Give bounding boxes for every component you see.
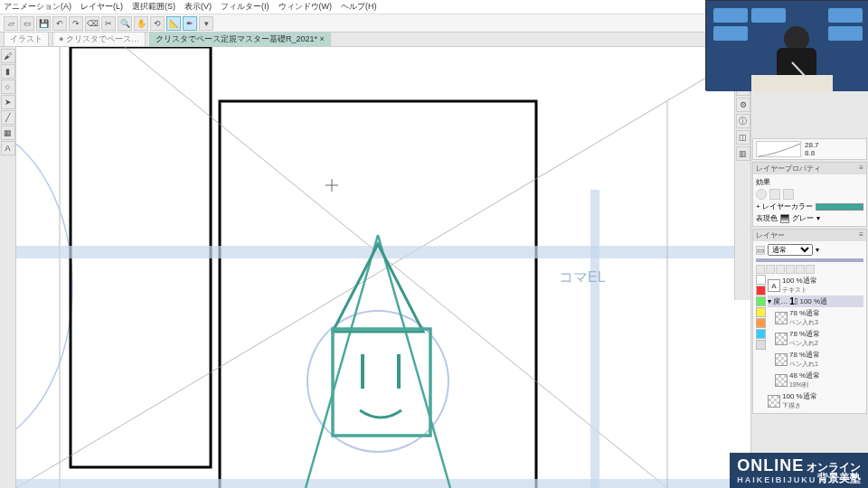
layer-folder[interactable]: ▾ 戻… 1⃣ 100 %通 [768, 296, 863, 307]
menu-help[interactable]: ヘルプ(H) [341, 1, 377, 13]
watermark-badge: ONLINE オンライン 背景美塾 HAIKEIBIJUKU [730, 453, 868, 488]
svg-rect-19 [828, 26, 863, 41]
canvas-drawing: コマEL [16, 47, 750, 488]
save-icon[interactable]: 💾 [36, 16, 51, 31]
blend-mode-select[interactable]: 通常 [768, 244, 813, 256]
layer-property-panel: レイヤープロパティ≡ 効果 + レイヤーカラー 表現色 グレー ▾ [752, 162, 867, 227]
tab-illust[interactable]: イラスト [4, 32, 49, 47]
swatch-orange[interactable] [756, 318, 766, 328]
info-icon[interactable]: ⓘ [736, 114, 750, 128]
arrow-icon[interactable]: ➤ [1, 95, 15, 109]
layer-btn-3[interactable] [776, 265, 785, 274]
layer-item[interactable]: 48 %通常18%割 [768, 370, 863, 390]
layer-thumb-icon [775, 353, 788, 366]
svg-point-20 [784, 26, 809, 52]
layer-btn-4[interactable] [786, 265, 795, 274]
layer-lock-icon[interactable]: ▭ [756, 246, 765, 255]
menu-filter[interactable]: フィルター(I) [221, 1, 269, 13]
new-icon[interactable]: ▱ [4, 16, 18, 31]
swatch-cyan[interactable] [756, 329, 766, 339]
shape-icon[interactable]: ○ [1, 80, 15, 94]
ruler-icon[interactable]: 📐 [166, 16, 181, 31]
brush-size-value: 28.7 [805, 141, 819, 149]
layer-prop-title: レイヤープロパティ [756, 164, 821, 174]
layer-thumb-icon [768, 395, 780, 408]
canvas[interactable]: コマEL [16, 47, 750, 488]
layer-btn-2[interactable] [766, 265, 775, 274]
3d-icon[interactable]: ◫ [736, 130, 750, 145]
dropdown-icon[interactable]: ▾ [816, 214, 820, 222]
swatch-yellow[interactable] [756, 307, 766, 317]
tab-doc2-active[interactable]: クリスタでペース定規マスター基礎R_2021* × [149, 32, 331, 47]
webcam-person-icon [706, 1, 868, 91]
panel-menu-icon[interactable]: ≡ [859, 230, 863, 240]
swatch-green[interactable] [756, 296, 766, 306]
color-swatches [756, 275, 768, 411]
swatch-red[interactable] [756, 286, 766, 296]
expression-label: 表現色 [756, 213, 778, 223]
opacity-slider[interactable] [756, 258, 863, 262]
svg-rect-16 [751, 8, 786, 23]
pen-tool-icon[interactable]: ✒ [183, 16, 197, 31]
rotate-icon[interactable]: ⟲ [150, 16, 165, 31]
layer-thumb-icon [775, 333, 788, 345]
menu-window[interactable]: ウィンドウ(W) [278, 1, 333, 13]
menu-view[interactable]: 表示(V) [184, 1, 212, 13]
svg-rect-4 [16, 479, 750, 488]
svg-rect-17 [713, 26, 748, 41]
layers-title: レイヤー [756, 230, 785, 240]
left-toolbar: 🖌 ▮ ○ ➤ ╱ ▦ A [0, 47, 16, 488]
layer-item[interactable]: A 100 %通常テキスト [768, 275, 863, 296]
layer-btn-1[interactable] [756, 265, 765, 274]
pressure-curve[interactable] [756, 141, 801, 157]
chevron-down-icon[interactable]: ▾ [199, 16, 213, 31]
open-icon[interactable]: ▭ [20, 16, 34, 31]
grid-icon[interactable]: ▦ [1, 126, 15, 140]
gray-mode-icon [780, 214, 789, 223]
effect-tone-icon[interactable] [769, 189, 780, 200]
svg-rect-2 [220, 101, 536, 488]
brush-icon[interactable]: 🖌 [1, 49, 15, 63]
swatch-white[interactable] [756, 275, 766, 285]
swatch-gray[interactable] [756, 340, 766, 350]
layer-thumb-icon [775, 312, 788, 324]
text-icon[interactable]: A [1, 141, 15, 155]
panel-menu-icon[interactable]: ≡ [859, 164, 863, 174]
tab-doc1[interactable]: ● クリスタでペース… [52, 32, 146, 47]
menu-selection[interactable]: 選択範囲(S) [132, 1, 175, 13]
layer-item[interactable]: 100 %通常下描き [768, 390, 863, 411]
brush-curve-panel: 28.7 8.8 [752, 138, 867, 160]
layer-color-label: + レイヤーカラー [756, 202, 813, 211]
eraser-icon[interactable]: ⌫ [85, 16, 99, 31]
watermark-online: ONLINE [737, 456, 804, 475]
webcam-overlay [705, 0, 868, 90]
layer-item[interactable]: 78 %通常ペン入れ3 [768, 307, 863, 328]
layers-panel: レイヤー≡ ▭ 通常 ▾ [752, 229, 867, 414]
svg-rect-18 [828, 8, 863, 23]
layer-btn-6[interactable] [806, 265, 815, 274]
menu-animation[interactable]: アニメーション(A) [4, 1, 71, 13]
hand-icon[interactable]: ✋ [134, 16, 148, 31]
effect-extract-icon[interactable] [783, 189, 794, 200]
layer-item[interactable]: 78 %通常ペン入れ2 [768, 328, 863, 349]
dropdown-icon[interactable]: ▾ [816, 246, 819, 254]
expression-value[interactable]: グレー [792, 213, 814, 223]
watermark-jp2: 背景美塾 [817, 471, 861, 486]
folder-toggle-icon[interactable]: ▾ 戻… [768, 296, 788, 306]
effect-border-icon[interactable] [756, 189, 767, 200]
menu-layer[interactable]: レイヤー(L) [80, 1, 123, 13]
auto-icon[interactable]: ⚙ [736, 98, 750, 112]
undo-icon[interactable]: ↶ [52, 16, 67, 31]
layer-color-swatch[interactable] [816, 203, 863, 211]
zoom-icon[interactable]: 🔍 [118, 16, 132, 31]
layer-btn-5[interactable] [796, 265, 805, 274]
bucket-icon[interactable]: ▮ [1, 64, 15, 79]
redo-icon[interactable]: ↷ [69, 16, 83, 31]
right-panel-area: 28.7 8.8 レイヤープロパティ≡ 効果 + レイヤーカラー 表 [750, 47, 868, 488]
line-icon[interactable]: ╱ [1, 110, 15, 125]
layer-item[interactable]: 78 %通常ペン入れ1 [768, 349, 863, 370]
svg-rect-15 [713, 8, 748, 23]
layer-icon[interactable]: ▥ [736, 146, 750, 161]
layer-thumb-icon [775, 374, 788, 387]
cut-icon[interactable]: ✂ [101, 16, 116, 31]
